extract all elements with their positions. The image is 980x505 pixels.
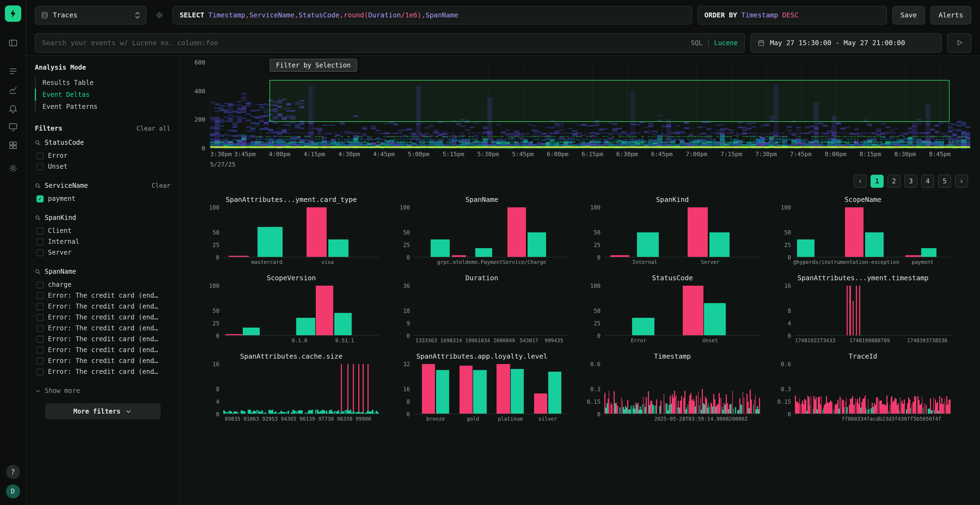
y-tick-label: 4	[788, 320, 791, 327]
bar	[733, 409, 734, 414]
sql-language-option[interactable]: SQL	[690, 39, 702, 46]
filter-option[interactable]: charge	[35, 279, 170, 290]
filter-option[interactable]: Error: The credit card (end…	[35, 290, 170, 301]
orderby-input[interactable]: ORDER BY Timestamp DESC	[697, 6, 887, 24]
bar	[327, 413, 329, 414]
clear-all-link[interactable]: Clear all	[136, 125, 170, 132]
source-settings-button[interactable]	[152, 7, 167, 22]
filter-checkbox[interactable]	[37, 281, 43, 288]
select-clause-input[interactable]: SELECT Timestamp,ServiceName,StatusCode,…	[173, 6, 692, 24]
selection-rectangle[interactable]	[269, 80, 950, 122]
filter-option[interactable]: Error: The credit card (end…	[35, 366, 170, 377]
x-tick-label: @hyperdx/instrumentation-exception	[793, 259, 899, 265]
x-tick-label: grpc.oteldemo.PaymentService/Charge	[437, 259, 546, 265]
filter-option[interactable]: Error	[35, 150, 170, 161]
source-select-value: Traces	[53, 11, 130, 19]
date-range-picker[interactable]: May 27 15:30:00 - May 27 21:00:00	[750, 33, 942, 52]
filter-option[interactable]: Server	[35, 247, 170, 258]
analysis-mode-event-deltas[interactable]: Event Deltas	[35, 89, 170, 101]
filter-checkbox[interactable]	[37, 335, 43, 343]
next-page-button[interactable]: ›	[955, 175, 968, 188]
settings-nav-button[interactable]	[5, 161, 21, 175]
filter-checkbox[interactable]	[37, 238, 43, 245]
filter-option[interactable]: Error: The credit card (end…	[35, 345, 170, 355]
bar	[840, 397, 840, 414]
clear-filter-link[interactable]: Clear	[152, 182, 170, 189]
filter-checkbox[interactable]	[37, 292, 43, 299]
sidebar-toggle-button[interactable]	[5, 36, 21, 50]
run-query-button[interactable]	[947, 33, 971, 52]
filter-by-selection-tooltip[interactable]: Filter by Selection	[269, 59, 358, 72]
heatmap-plot[interactable]: Filter by Selection	[210, 63, 970, 149]
filter-checkbox[interactable]	[37, 368, 43, 375]
more-filters-button[interactable]: More filters	[45, 403, 160, 419]
user-avatar[interactable]: D	[6, 484, 20, 499]
bar	[831, 402, 832, 414]
filter-checkbox[interactable]	[37, 314, 43, 321]
lightning-bolt-icon	[8, 9, 18, 19]
search-logs-button[interactable]	[5, 64, 21, 78]
x-tick-label: 96139	[299, 416, 315, 422]
y-tick-label: 32	[403, 361, 410, 367]
app-logo[interactable]	[5, 5, 21, 22]
mini-plot	[223, 207, 379, 257]
bar	[534, 394, 547, 414]
show-more-button[interactable]: Show more	[35, 387, 170, 395]
y-tick-label: 0	[597, 254, 601, 260]
bar	[320, 411, 322, 414]
filter-checkbox[interactable]	[37, 152, 43, 159]
filter-checkbox[interactable]	[37, 357, 43, 364]
filter-option[interactable]: Error: The credit card (end…	[35, 355, 170, 366]
bar	[369, 411, 370, 414]
bar	[255, 411, 256, 414]
filter-option[interactable]: Client	[35, 225, 170, 236]
filter-checkbox[interactable]	[37, 325, 43, 332]
save-button[interactable]: Save	[892, 6, 925, 24]
filter-option[interactable]: Error: The credit card (end…	[35, 301, 170, 312]
source-select[interactable]: Traces	[35, 6, 146, 24]
filter-option[interactable]: Error: The credit card (end…	[35, 312, 170, 323]
analysis-mode-event-patterns[interactable]: Event Patterns	[35, 101, 170, 113]
mini-chart-11: Timestamp0.60.30.1502025-05-28T03:59:14.…	[585, 352, 760, 423]
y-tick-label: 0	[597, 332, 601, 339]
filter-option[interactable]: Error: The credit card (end…	[35, 333, 170, 345]
bar	[305, 413, 306, 414]
search-input[interactable]: Search your events w/ Lucene ex. column:…	[35, 33, 745, 52]
mini-x-axis: 2025-05-28T03:59:14.900820000Z	[605, 416, 760, 423]
page-button-4[interactable]: 4	[921, 175, 934, 188]
filter-checkbox[interactable]: ✓	[37, 195, 43, 202]
filter-option[interactable]: ✓payment	[35, 193, 170, 204]
filter-checkbox[interactable]	[37, 303, 43, 310]
dashboards-nav-button[interactable]	[5, 138, 21, 152]
sql-token: Timestamp	[741, 11, 778, 19]
page-button-1[interactable]: 1	[870, 175, 884, 188]
prev-page-button[interactable]: ‹	[854, 175, 867, 188]
filter-checkbox[interactable]	[37, 227, 43, 234]
bar	[228, 411, 230, 414]
search-icon	[35, 215, 41, 221]
filter-checkbox[interactable]	[37, 346, 43, 353]
alerts-nav-button[interactable]	[5, 101, 21, 115]
bar	[223, 410, 225, 414]
chart-explorer-button[interactable]	[5, 83, 21, 97]
page-button-3[interactable]: 3	[904, 175, 917, 188]
bar	[296, 318, 315, 335]
help-button[interactable]: ?	[6, 465, 20, 479]
lucene-language-option[interactable]: Lucene	[714, 39, 738, 46]
bar	[845, 207, 864, 257]
bar	[344, 410, 346, 414]
sessions-nav-button[interactable]	[5, 120, 21, 134]
mini-chart-12: TraceId0.60.30.150ff860334facdb23d3f430f…	[775, 352, 951, 423]
y-tick-label: 0.15	[587, 399, 601, 405]
page-button-5[interactable]: 5	[938, 175, 951, 188]
alerts-button[interactable]: Alerts	[931, 6, 971, 24]
filter-option[interactable]: Internal	[35, 236, 170, 247]
sql-token: 1e6	[405, 11, 417, 19]
filter-checkbox[interactable]	[37, 249, 43, 256]
analysis-mode-results-table[interactable]: Results Table	[35, 77, 170, 89]
filter-option[interactable]: Error: The credit card (end…	[35, 323, 170, 333]
page-button-2[interactable]: 2	[888, 175, 900, 188]
sql-token: ,	[422, 11, 425, 19]
filter-option[interactable]: Unset	[35, 161, 170, 172]
filter-checkbox[interactable]	[37, 163, 43, 170]
